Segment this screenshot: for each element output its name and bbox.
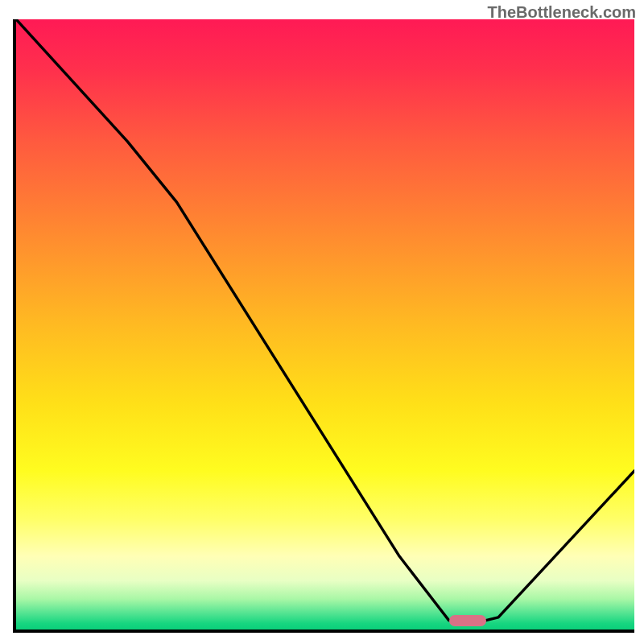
optimal-point-marker xyxy=(449,615,486,626)
chart-frame xyxy=(13,19,634,633)
watermark-text: TheBottleneck.com xyxy=(488,3,636,22)
chart-background-gradient xyxy=(16,19,634,630)
